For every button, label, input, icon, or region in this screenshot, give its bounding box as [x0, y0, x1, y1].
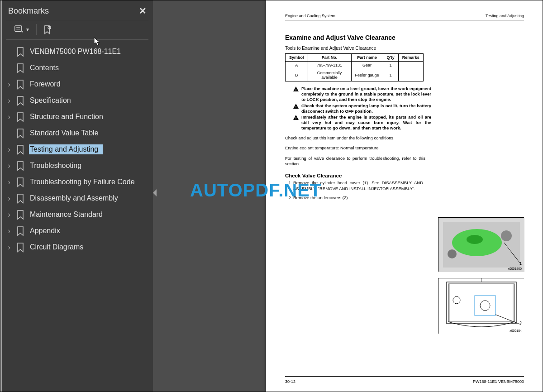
table-cell: Feeler gauge [351, 69, 383, 81]
bookmark-label: Specification [29, 96, 74, 105]
expand-chevron-icon[interactable]: › [8, 177, 14, 187]
table-header-cell: Part name [351, 54, 383, 62]
expand-chevron-icon[interactable]: › [8, 210, 14, 220]
bookmark-icon [16, 226, 24, 235]
bookmark-icon [16, 177, 24, 186]
bookmark-icon [16, 80, 24, 89]
table-cell: 1 [383, 69, 398, 81]
bookmark-icon [16, 161, 24, 170]
tools-table: SymbolPart No.Part nameQ'tyRemarksA795-7… [285, 53, 424, 81]
bookmark-icon [16, 112, 24, 121]
sidebar-toolbar: ▼ [6, 21, 148, 40]
procedure-step: Remove the cylinder head cover (1). See … [293, 180, 423, 191]
table-cell: 795-799-1131 [308, 62, 351, 69]
bookmark-label: Testing and Adjusting [29, 144, 103, 154]
collapse-sidebar-handle[interactable] [153, 189, 157, 196]
bookmark-item[interactable]: ›Maintenance Standard [2, 206, 153, 223]
bookmark-label: Structure and Function [29, 112, 106, 122]
figure-1: 1 x0001800 [438, 217, 524, 272]
warning-text: Immediately after the engine is stopped,… [301, 115, 431, 131]
find-bookmark-icon[interactable] [43, 25, 52, 33]
bookmark-label: Foreword [29, 79, 63, 89]
table-row: A795-799-1131Gear1 [286, 62, 424, 69]
expand-chevron-icon[interactable]: › [8, 96, 14, 105]
sub-heading: Check Valve Clearance [285, 173, 524, 178]
toolbar-separator [36, 24, 37, 35]
pdf-page: Engine and Cooling System Testing and Ad… [266, 0, 543, 392]
table-cell: Gear [351, 62, 383, 69]
figure-2: 2 x000184 [438, 278, 524, 334]
figure-callout-number: 1 [519, 261, 522, 266]
bookmark-list: VENBM75000 PW168-11E1Contents›Foreword›S… [2, 40, 153, 255]
bookmark-label: Standard Value Table [29, 128, 101, 138]
expand-chevron-icon[interactable]: › [8, 226, 14, 236]
bookmark-icon [16, 96, 24, 105]
warning-triangle-icon: ! [293, 115, 299, 120]
bookmark-options-icon[interactable] [14, 25, 24, 33]
figure-id-label: x0001800 [508, 267, 522, 270]
table-cell: A [286, 62, 308, 69]
bookmark-label: Contents [29, 63, 62, 73]
procedure-steps: Remove the cylinder head cover (1). See … [285, 180, 423, 201]
expand-chevron-icon[interactable]: › [8, 79, 14, 89]
svg-text:!: ! [295, 116, 297, 120]
dropdown-caret-icon[interactable]: ▼ [25, 27, 30, 32]
document-stage: Engine and Cooling System Testing and Ad… [153, 0, 543, 392]
table-cell: 1 [383, 62, 398, 69]
body-text: For testing of valve clearance to perfor… [285, 156, 425, 167]
table-header-cell: Q'ty [383, 54, 398, 62]
bookmark-item[interactable]: VENBM75000 PW168-11E1 [2, 43, 153, 60]
bookmark-item[interactable]: ›Appendix [2, 223, 153, 239]
svg-text:!: ! [295, 105, 297, 109]
warning-triangle-icon: ! [293, 86, 299, 91]
bookmark-icon [16, 129, 24, 138]
bookmarks-sidebar: Bookmarks ✕ ▼ VENBM75000 PW168-11E1Conte… [0, 0, 153, 392]
bookmark-item[interactable]: Contents [2, 60, 153, 76]
warning-text: Check that the system operating lamp is … [301, 103, 431, 114]
bookmark-item[interactable]: ›Testing and Adjusting [2, 141, 153, 158]
page-number: 30-12 [285, 379, 295, 384]
table-cell [398, 62, 423, 69]
bookmark-label: Troubleshooting [29, 161, 84, 171]
svg-rect-18 [438, 278, 524, 334]
expand-chevron-icon[interactable]: › [8, 112, 14, 122]
bookmark-label: VENBM75000 PW168-11E1 [29, 47, 124, 57]
svg-point-15 [501, 230, 512, 241]
bookmark-label: Appendix [29, 226, 63, 236]
body-text: Check and adjust this item under the fol… [285, 135, 425, 141]
table-cell [398, 69, 423, 81]
bookmark-label: Circuit Diagrams [29, 242, 86, 252]
table-row: BCommercially availableFeeler gauge1 [286, 69, 424, 81]
svg-point-16 [448, 249, 457, 258]
bookmark-item[interactable]: ›Structure and Function [2, 109, 153, 125]
bookmark-item[interactable]: ›Foreword [2, 76, 153, 92]
bookmark-item[interactable]: ›Circuit Diagrams [2, 239, 153, 255]
table-header-cell: Remarks [398, 54, 423, 62]
table-header-cell: Symbol [286, 54, 308, 62]
expand-chevron-icon[interactable]: › [8, 193, 14, 203]
procedure-step: Remove the undercovers (2). [293, 195, 423, 201]
bookmark-item[interactable]: ›Troubleshooting [2, 158, 153, 174]
figure-id-label: x000184 [510, 329, 522, 332]
running-head-left: Engine and Cooling System [285, 14, 335, 18]
bookmark-label: Maintenance Standard [29, 210, 105, 220]
sidebar-title: Bookmarks [8, 6, 49, 16]
bookmark-icon [16, 243, 24, 252]
close-sidebar-button[interactable]: ✕ [139, 5, 147, 16]
warning-row: !Immediately after the engine is stopped… [293, 115, 431, 131]
expand-chevron-icon[interactable]: › [8, 242, 14, 252]
expand-chevron-icon[interactable]: › [8, 144, 14, 154]
table-header-cell: Part No. [308, 54, 351, 62]
bookmark-icon [16, 47, 24, 56]
running-head: Engine and Cooling System Testing and Ad… [285, 14, 524, 20]
warning-row: !Place the machine on a level ground, lo… [293, 86, 431, 102]
running-head-right: Testing and Adjusting [486, 14, 524, 18]
bookmark-item[interactable]: ›Troubleshooting by Failure Code [2, 174, 153, 190]
bookmark-item[interactable]: ›Disassembly and Assembly [2, 190, 153, 206]
figure-callout-number: 2 [519, 320, 522, 325]
expand-chevron-icon[interactable]: › [8, 161, 14, 171]
bookmark-item[interactable]: ›Specification [2, 92, 153, 109]
page-heading: Examine and Adjust Valve Clearance [285, 34, 524, 41]
bookmark-item[interactable]: Standard Value Table [2, 125, 153, 141]
sidebar-header: Bookmarks ✕ [2, 4, 153, 21]
